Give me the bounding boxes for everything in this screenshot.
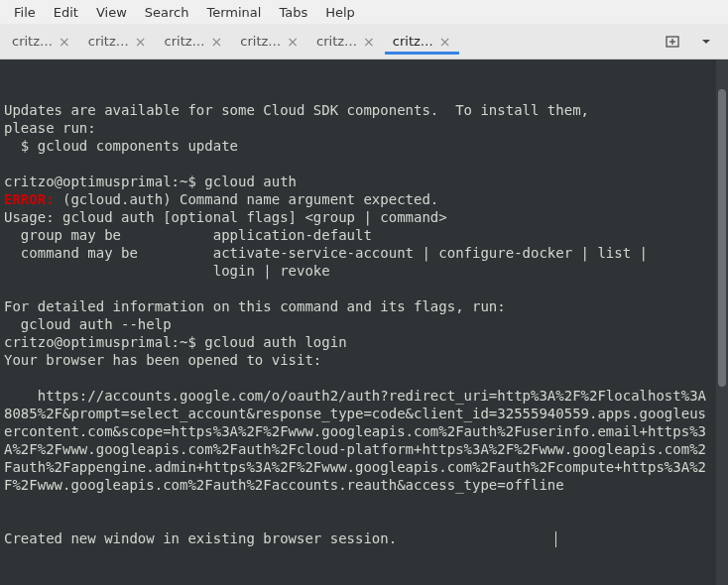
terminal-line xyxy=(4,65,712,83)
dropdown-arrow-icon[interactable] xyxy=(694,30,718,54)
terminal-line xyxy=(4,369,712,387)
terminal-line xyxy=(4,83,712,101)
menubar: FileEditViewSearchTerminalTabsHelp xyxy=(0,0,728,24)
terminal-line xyxy=(4,494,712,512)
tabbar-actions xyxy=(661,30,728,54)
close-icon[interactable]: × xyxy=(287,35,299,49)
terminal-line: group may be application-default xyxy=(4,226,712,244)
terminal-line: login | revoke xyxy=(4,262,712,280)
tab-label: critz… xyxy=(393,34,433,49)
tab-5[interactable]: critz…× xyxy=(385,28,459,55)
tab-4[interactable]: critz…× xyxy=(308,28,383,55)
menu-terminal[interactable]: Terminal xyxy=(198,3,269,22)
menu-edit[interactable]: Edit xyxy=(46,3,86,22)
terminal-line: critzo@optimusprimal:~$ gcloud auth logi… xyxy=(4,333,712,351)
terminal-line: https://accounts.google.com/o/oauth2/aut… xyxy=(4,387,712,494)
close-icon[interactable]: × xyxy=(135,35,147,49)
tab-label: critz… xyxy=(165,34,205,49)
terminal-line: Usage: gcloud auth [optional flags] <gro… xyxy=(4,208,712,226)
tab-2[interactable]: critz…× xyxy=(157,28,231,55)
menu-tabs[interactable]: Tabs xyxy=(271,3,315,22)
close-icon[interactable]: × xyxy=(211,35,223,49)
tab-label: critz… xyxy=(88,34,129,49)
close-icon[interactable]: × xyxy=(363,35,375,49)
terminal-line: command may be activate-service-account … xyxy=(4,244,712,262)
terminal-line: Updates are available for some Cloud SDK… xyxy=(4,101,712,119)
tab-label: critz… xyxy=(12,34,53,49)
tab-bar: critz…×critz…×critz…×critz…×critz…×critz… xyxy=(0,24,728,59)
terminal-output[interactable]: Updates are available for some Cloud SDK… xyxy=(0,59,716,585)
terminal-line xyxy=(4,155,712,173)
scrollbar-thumb[interactable] xyxy=(718,89,726,387)
menu-file[interactable]: File xyxy=(6,3,44,22)
close-icon[interactable]: × xyxy=(439,35,451,49)
close-icon[interactable]: × xyxy=(59,35,70,49)
menu-help[interactable]: Help xyxy=(317,3,363,22)
terminal-line: please run: xyxy=(4,119,712,137)
scrollbar[interactable] xyxy=(716,59,728,585)
tab-label: critz… xyxy=(316,34,357,49)
terminal-line: Created new window in existing browser s… xyxy=(4,529,712,547)
text-cursor-icon xyxy=(555,531,556,547)
tab-3[interactable]: critz…× xyxy=(232,28,306,55)
tab-0[interactable]: critz…× xyxy=(4,28,78,55)
terminal-line xyxy=(4,280,712,297)
menu-search[interactable]: Search xyxy=(137,3,197,22)
terminal-line: critzo@optimusprimal:~$ gcloud auth xyxy=(4,173,712,190)
terminal-line: ERROR: (gcloud.auth) Command name argume… xyxy=(4,190,712,208)
terminal-line xyxy=(4,512,712,529)
menu-view[interactable]: View xyxy=(88,3,135,22)
terminal-line: gcloud auth --help xyxy=(4,315,712,333)
new-tab-icon[interactable] xyxy=(661,30,684,54)
terminal-pane: Updates are available for some Cloud SDK… xyxy=(0,59,728,585)
terminal-line: Your browser has been opened to visit: xyxy=(4,351,712,369)
tab-1[interactable]: critz…× xyxy=(80,28,155,55)
terminal-line: $ gcloud components update xyxy=(4,137,712,155)
tab-label: critz… xyxy=(240,34,281,49)
terminal-line: For detailed information on this command… xyxy=(4,297,712,315)
